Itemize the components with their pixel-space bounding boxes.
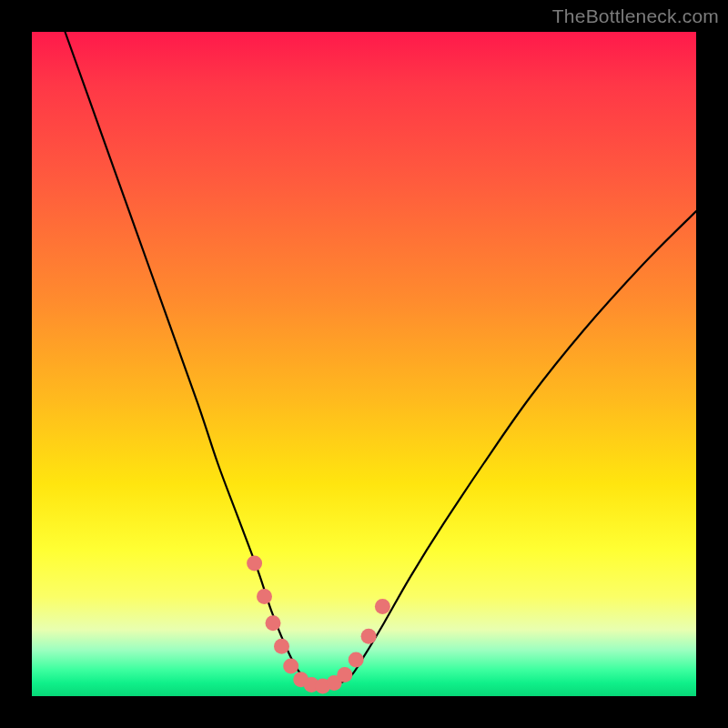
chart-frame: TheBottleneck.com — [0, 0, 728, 728]
curve-layer — [32, 32, 696, 696]
marker-dot — [361, 629, 377, 644]
watermark-text: TheBottleneck.com — [552, 5, 719, 27]
marker-dot — [349, 652, 364, 667]
marker-dot — [257, 589, 272, 604]
curve-path — [66, 32, 697, 686]
marker-dot — [283, 659, 298, 674]
bottleneck-curve — [66, 32, 697, 686]
marker-dot — [337, 667, 352, 682]
marker-dot — [375, 599, 390, 614]
marker-dot — [247, 556, 262, 571]
marker-dot — [266, 615, 281, 631]
marker-dot — [274, 639, 289, 654]
plot-area — [32, 32, 696, 696]
highlight-markers — [247, 556, 390, 694]
